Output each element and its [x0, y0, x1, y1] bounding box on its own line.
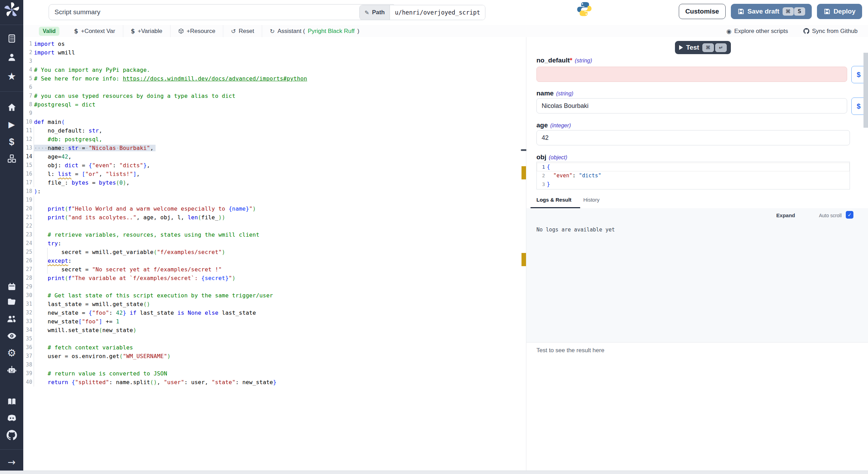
valid-badge: Valid — [39, 27, 59, 36]
deploy-button[interactable]: Deploy — [817, 4, 862, 19]
sidebar-item-folders[interactable] — [0, 296, 23, 308]
sidebar-item-audit[interactable] — [0, 330, 23, 342]
no-default-input[interactable] — [536, 67, 847, 82]
code-line[interactable]: 17 file_: bytes = bytes(0), — [23, 178, 526, 187]
line-content: # you can use typed resources by doing a… — [34, 92, 235, 100]
sync-from-github-button[interactable]: Sync from Github — [803, 28, 858, 35]
test-button[interactable]: Test ⌘ ↵ — [675, 41, 731, 54]
assistant-button[interactable]: ↻ Assistant (Pyright Black Ruff) — [262, 25, 367, 37]
line-content: # See here for more info: https://docs.w… — [34, 74, 307, 83]
sidebar-collapse-toggle[interactable]: → — [0, 456, 23, 468]
line-number: 22 — [23, 222, 32, 230]
sidebar-item-groups[interactable] — [0, 313, 23, 325]
code-line[interactable]: 21 print("and its acolytes..", age, obj,… — [23, 213, 526, 222]
panel-scrollbar[interactable] — [863, 53, 868, 128]
code-line[interactable]: 40 return {"splitted": name.split(), "us… — [23, 378, 526, 387]
code-line[interactable]: 20 print(f"Hello World and a warm welcom… — [23, 204, 526, 213]
line-number: 1 — [23, 40, 32, 48]
code-line[interactable]: 15 obj: dict = {"even": "dicts"}, — [23, 161, 526, 170]
sidebar-item-schedules[interactable] — [0, 280, 23, 293]
sidebar-item-home[interactable] — [0, 101, 23, 113]
sidebar-item-settings[interactable]: ⚙ — [0, 347, 23, 359]
path-label[interactable]: ✎ Path — [360, 5, 390, 20]
home-icon — [7, 102, 17, 112]
code-line[interactable]: 31 last_state = wmill.get_state() — [23, 300, 526, 308]
sidebar-item-github[interactable] — [0, 429, 23, 441]
code-line[interactable]: 22 — [23, 222, 526, 230]
code-line[interactable]: 2 "even": "dicts" — [537, 171, 850, 180]
code-line[interactable]: 29 — [23, 282, 526, 291]
code-line[interactable]: 34 wmill.set_state(new_state) — [23, 326, 526, 335]
code-line[interactable]: 10def main( — [23, 118, 526, 126]
script-summary-input[interactable] — [49, 4, 396, 20]
code-line[interactable]: 24 try: — [23, 239, 526, 248]
deploy-label: Deploy — [834, 8, 856, 15]
tab-history[interactable]: History — [583, 197, 600, 203]
code-line[interactable]: 18): — [23, 187, 526, 196]
arrow-right-icon: → — [8, 457, 16, 467]
code-line[interactable]: 13····name:·str·=·"Nicolas·Bourbaki", — [23, 144, 526, 152]
autoscroll-checkbox[interactable]: ✓ — [846, 211, 853, 219]
code-line[interactable]: 14 age=42, — [23, 152, 526, 161]
code-line[interactable]: 5# See here for more info: https://docs.… — [23, 74, 526, 83]
code-line[interactable]: 36 # fetch context variables — [23, 343, 526, 352]
expand-logs-button[interactable]: Expand — [776, 212, 795, 218]
code-line[interactable]: 19 — [23, 196, 526, 204]
code-line[interactable]: 25 secret = wmill.get_variable("f/exampl… — [23, 248, 526, 256]
sidebar-item-variables[interactable]: $ — [0, 136, 23, 148]
code-editor[interactable]: 1import os2import wmill34# You can impor… — [23, 37, 526, 474]
code-line[interactable]: 23 # retrieve variables, resources, stat… — [23, 230, 526, 239]
code-line[interactable]: 6 — [23, 83, 526, 92]
reset-button[interactable]: ↺ Reset — [223, 25, 262, 37]
obj-json-editor[interactable]: 1{2 "even": "dicts"3} — [536, 162, 850, 189]
customise-button[interactable]: Customise — [679, 4, 726, 19]
path-badge[interactable]: ✎ Path u/henri/overjoyed_script — [359, 5, 485, 20]
sidebar-item-docs[interactable] — [0, 395, 23, 408]
code-line[interactable]: 38 — [23, 361, 526, 369]
code-line[interactable]: 8#postgresql = dict — [23, 100, 526, 109]
code-line[interactable]: 11 no_default: str, — [23, 126, 526, 135]
add-context-var-button[interactable]: $ +Context Var — [66, 25, 123, 37]
sidebar-item-discord[interactable] — [0, 412, 23, 424]
code-line[interactable]: 39 # return value is converted to JSON — [23, 369, 526, 378]
code-line[interactable]: 37 user = os.environ.get("WM_USERNAME") — [23, 352, 526, 361]
line-number: 2 — [537, 171, 545, 180]
code-line[interactable]: 3} — [537, 180, 850, 189]
line-number: 13 — [23, 144, 32, 152]
add-resource-button[interactable]: +Resource — [170, 25, 223, 37]
sidebar-item-user[interactable] — [0, 51, 23, 64]
code-line[interactable]: 32 new_state = {"foo": 42} if last_state… — [23, 308, 526, 317]
code-line[interactable]: 27 secret = "No secret yet at f/examples… — [23, 265, 526, 274]
save-draft-button[interactable]: Save draft ⌘ S — [731, 4, 812, 19]
code-line[interactable]: 7# you can use typed resources by doing … — [23, 92, 526, 100]
line-content: import os — [34, 40, 65, 48]
customise-label: Customise — [685, 8, 719, 15]
code-line[interactable]: 1import os — [23, 40, 526, 48]
add-variable-button[interactable]: $ +Variable — [123, 25, 170, 37]
sidebar-item-runs[interactable]: ▶ — [0, 118, 23, 131]
explore-other-scripts-button[interactable]: ◉ Explore other scripts — [726, 28, 788, 35]
sidebar-item-favorites[interactable]: ★ — [0, 70, 23, 83]
folder-icon — [7, 297, 17, 307]
code-line[interactable]: 35 — [23, 335, 526, 343]
sidebar: ★ ▶ $ ⚙ — [0, 0, 23, 471]
age-input[interactable] — [536, 130, 850, 145]
code-line[interactable]: 12 #db: postgresql, — [23, 135, 526, 144]
sidebar-item-ai[interactable] — [0, 364, 23, 376]
code-line[interactable]: 30 # Get last state of this script execu… — [23, 291, 526, 300]
code-line[interactable]: 3 — [23, 57, 526, 66]
code-line[interactable]: 33 new_state["foo"] += 1 — [23, 317, 526, 326]
sidebar-item-resources[interactable] — [0, 152, 23, 165]
code-line[interactable]: 26 except: — [23, 256, 526, 265]
code-line[interactable]: 9 — [23, 109, 526, 118]
tab-logs-result[interactable]: Logs & Result — [536, 197, 571, 203]
name-input[interactable] — [536, 98, 847, 113]
sidebar-item-workspace[interactable] — [0, 32, 23, 45]
code-line[interactable]: 1{ — [537, 163, 850, 171]
code-line[interactable]: 2import wmill — [23, 48, 526, 57]
code-line[interactable]: 16 l: list = ["or", "lists!"], — [23, 170, 526, 178]
code-line[interactable]: 4# You can import any PyPi package. — [23, 66, 526, 74]
code-line[interactable]: 28 print(f"The variable at `f/examples/s… — [23, 274, 526, 282]
gear-icon: ⚙ — [7, 347, 16, 359]
windmill-logo[interactable] — [0, 2, 23, 17]
